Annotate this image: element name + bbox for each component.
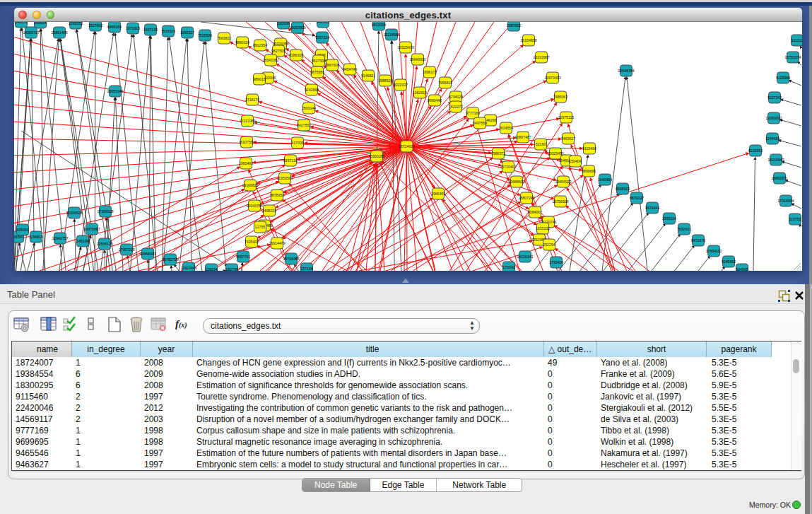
svg-text:1965455: 1965455 — [431, 192, 445, 196]
svg-text:19975867: 19975867 — [83, 227, 100, 231]
svg-text:989016: 989016 — [253, 77, 265, 81]
svg-text:19654923: 19654923 — [555, 180, 571, 184]
svg-text:9657791: 9657791 — [236, 255, 250, 259]
svg-text:116753: 116753 — [789, 217, 801, 221]
svg-text:7625402: 7625402 — [245, 240, 259, 244]
svg-text:10973493: 10973493 — [544, 76, 560, 80]
svg-text:9527508: 9527508 — [312, 59, 326, 63]
svg-text:2803144: 2803144 — [302, 106, 316, 110]
svg-text:1615132: 1615132 — [536, 226, 550, 230]
svg-text:16782759: 16782759 — [162, 257, 178, 262]
svg-text:7663822: 7663822 — [217, 36, 231, 40]
svg-text:8427552: 8427552 — [297, 123, 311, 127]
svg-text:9245652: 9245652 — [722, 259, 736, 264]
svg-text:8471676: 8471676 — [691, 238, 705, 243]
svg-text:6794028: 6794028 — [449, 95, 463, 99]
svg-text:157164: 157164 — [300, 267, 312, 271]
svg-text:12755: 12755 — [255, 225, 266, 229]
svg-text:9227342: 9227342 — [767, 95, 782, 100]
svg-text:19756928: 19756928 — [552, 199, 568, 204]
svg-text:12213389: 12213389 — [239, 119, 255, 123]
svg-text:8322037: 8322037 — [394, 83, 408, 87]
svg-text:1362615: 1362615 — [413, 90, 427, 95]
svg-text:25300285: 25300285 — [368, 154, 384, 158]
svg-text:9463627: 9463627 — [561, 136, 575, 141]
svg-text:209914: 209914 — [34, 22, 46, 25]
svg-text:1527602: 1527602 — [88, 23, 102, 28]
svg-text:8454749: 8454749 — [343, 67, 357, 71]
svg-text:417006: 417006 — [291, 141, 303, 145]
svg-text:129234: 129234 — [205, 267, 217, 271]
svg-text:16210643: 16210643 — [767, 158, 784, 162]
svg-text:1621072: 1621072 — [449, 105, 463, 109]
svg-text:6497568: 6497568 — [473, 121, 487, 125]
svg-text:13325419: 13325419 — [397, 45, 413, 49]
svg-text:16640910: 16640910 — [409, 57, 425, 62]
svg-text:16154838: 16154838 — [520, 38, 536, 42]
svg-text:8878352: 8878352 — [270, 193, 284, 197]
svg-text:3498222: 3498222 — [262, 209, 276, 213]
svg-text:11353504: 11353504 — [277, 176, 293, 180]
svg-text:2867608: 2867608 — [325, 63, 339, 67]
svg-text:1244419: 1244419 — [765, 136, 779, 141]
svg-text:435061: 435061 — [16, 228, 28, 232]
svg-text:10807487: 10807487 — [514, 135, 531, 139]
svg-text:12975115: 12975115 — [558, 115, 575, 119]
svg-text:12923446: 12923446 — [180, 266, 196, 270]
svg-text:1733426: 1733426 — [549, 260, 563, 264]
svg-text:9084067: 9084067 — [528, 210, 542, 214]
svg-text:29053346: 29053346 — [107, 89, 123, 93]
svg-text:7632621: 7632621 — [677, 227, 691, 231]
svg-text:17016504: 17016504 — [777, 199, 794, 203]
svg-text:18724007: 18724007 — [399, 144, 415, 148]
svg-text:6879197: 6879197 — [630, 196, 644, 200]
svg-text:16033809: 16033809 — [289, 25, 305, 30]
svg-text:9474444: 9474444 — [645, 206, 659, 210]
svg-text:9242848: 9242848 — [305, 88, 319, 92]
svg-text:18807249: 18807249 — [518, 196, 534, 200]
svg-text:160338: 160338 — [277, 22, 289, 25]
svg-text:2718176: 2718176 — [245, 98, 259, 102]
svg-text:8912954: 8912954 — [253, 43, 267, 47]
svg-text:17957225: 17957225 — [118, 247, 134, 252]
svg-text:19218586: 19218586 — [383, 33, 399, 37]
svg-text:1065532: 1065532 — [69, 22, 83, 25]
svg-text:16107554: 16107554 — [238, 140, 254, 144]
svg-text:9827505: 9827505 — [271, 49, 286, 53]
svg-text:15716485: 15716485 — [283, 257, 299, 261]
svg-text:140551: 140551 — [15, 22, 27, 24]
svg-text:8186328: 8186328 — [289, 53, 303, 57]
svg-text:7357224: 7357224 — [315, 35, 329, 40]
svg-text:7955812: 7955812 — [438, 81, 452, 85]
svg-text:1965492: 1965492 — [239, 161, 253, 165]
svg-text:1588520: 1588520 — [378, 78, 392, 83]
svg-text:14055717: 14055717 — [23, 30, 39, 35]
svg-text:19166825: 19166825 — [242, 183, 258, 187]
svg-text:182736: 182736 — [225, 267, 237, 271]
svg-text:111212: 111212 — [792, 38, 802, 42]
svg-text:10688609: 10688609 — [508, 180, 524, 184]
svg-text:8215953: 8215953 — [748, 148, 763, 153]
svg-text:2935114: 2935114 — [662, 216, 676, 221]
svg-text:9899695: 9899695 — [582, 169, 596, 173]
svg-text:20891406: 20891406 — [51, 30, 67, 35]
svg-text:7485063: 7485063 — [553, 95, 567, 99]
svg-text:8990448: 8990448 — [428, 98, 442, 103]
svg-text:173342: 173342 — [502, 265, 514, 269]
svg-text:20206528: 20206528 — [66, 211, 82, 215]
svg-text:8813054: 8813054 — [372, 23, 386, 27]
svg-text:145194: 145194 — [76, 239, 88, 243]
svg-text:9115460: 9115460 — [582, 146, 596, 151]
svg-text:7515526: 7515526 — [161, 29, 175, 33]
svg-text:15751074: 15751074 — [784, 55, 801, 59]
svg-text:1696171: 1696171 — [423, 70, 437, 74]
svg-text:12942757: 12942757 — [52, 236, 68, 240]
svg-text:8938923: 8938923 — [616, 187, 630, 191]
svg-text:15692971: 15692971 — [771, 176, 787, 180]
svg-text:12093822: 12093822 — [765, 116, 782, 120]
svg-text:14136141: 14136141 — [517, 255, 533, 259]
svg-text:17359928: 17359928 — [97, 209, 113, 214]
svg-text:2087652: 2087652 — [507, 23, 521, 28]
svg-text:9146821: 9146821 — [361, 74, 375, 78]
svg-text:15720407: 15720407 — [500, 165, 516, 169]
